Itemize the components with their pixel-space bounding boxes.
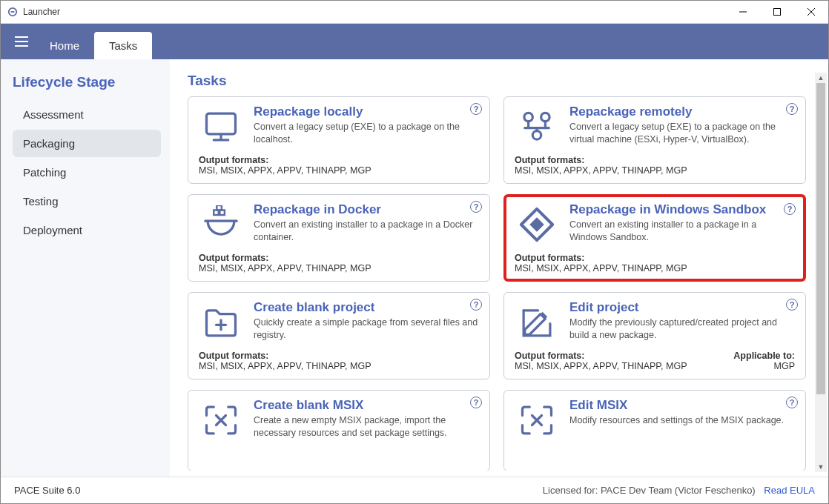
output-formats-value: MSI, MSIX, APPX, APPV, THINAPP, MGP	[515, 361, 687, 371]
monitor-icon	[199, 105, 243, 149]
bracket-x-icon	[199, 398, 243, 442]
output-formats-value: MSI, MSIX, APPX, APPV, THINAPP, MGP	[515, 165, 687, 176]
card-title: Edit MSIX	[569, 398, 795, 413]
card-title: Repackage in Docker	[254, 202, 479, 217]
read-eula-link[interactable]: Read EULA	[764, 485, 815, 496]
version-label: PACE Suite 6.0	[14, 485, 80, 496]
task-card-repackage-locally[interactable]: ?Repackage locallyConvert a legacy setup…	[188, 96, 490, 184]
sidebar: Lifecycle Stage Assessment Packaging Pat…	[1, 59, 170, 477]
card-description: Create a new empty MSIX package, import …	[254, 414, 479, 440]
output-formats-value: MSI, MSIX, APPX, APPV, THINAPP, MGP	[199, 361, 371, 371]
card-description: Quickly create a simple package from sev…	[254, 316, 479, 342]
output-formats-label: Output formats:	[515, 155, 687, 165]
tab-tasks[interactable]: Tasks	[94, 32, 152, 59]
output-formats-label: Output formats:	[199, 155, 371, 165]
card-description: Modify the previously captured/created p…	[569, 316, 795, 342]
info-icon[interactable]: ?	[470, 103, 482, 115]
sidebar-item-testing[interactable]: Testing	[13, 188, 161, 215]
card-description: Modify resources and settings of the MSI…	[569, 414, 795, 427]
edit-icon	[515, 300, 559, 345]
output-formats-value: MSI, MSIX, APPX, APPV, THINAPP, MGP	[515, 263, 687, 273]
card-title: Repackage locally	[254, 105, 479, 119]
task-card-repackage-docker[interactable]: ?Repackage in DockerConvert an existing …	[188, 194, 490, 282]
docker-icon	[199, 202, 243, 247]
applicable-to-label: Applicable to:	[733, 351, 795, 361]
scroll-down-arrow[interactable]: ▼	[815, 462, 827, 472]
task-card-edit-msix[interactable]: ?Edit MSIXModify resources and settings …	[503, 390, 806, 471]
tab-home[interactable]: Home	[35, 32, 94, 59]
minimize-button[interactable]	[726, 1, 760, 24]
titlebar: Launcher	[1, 1, 828, 24]
hamburger-menu-button[interactable]	[8, 24, 35, 59]
card-title: Create blank project	[254, 300, 479, 315]
card-description: Convert a legacy setup (EXE) to a packag…	[569, 121, 795, 146]
sidebar-item-deployment[interactable]: Deployment	[13, 216, 161, 244]
card-description: Convert an existing installer to a packa…	[254, 219, 479, 244]
card-title: Edit project	[569, 300, 795, 315]
svg-point-9	[541, 113, 549, 121]
svg-rect-5	[207, 113, 236, 134]
window-title: Launcher	[23, 7, 726, 17]
svg-point-8	[524, 113, 532, 121]
task-card-edit-project[interactable]: ?Edit projectModify the previously captu…	[503, 292, 806, 379]
scroll-up-arrow[interactable]: ▲	[815, 73, 827, 83]
folder-plus-icon	[199, 300, 243, 345]
bracket-x-icon	[515, 398, 559, 442]
license-label: Licensed for: PACE Dev Team (Victor Fesc…	[543, 485, 756, 496]
card-title: Repackage in Windows Sandbox	[569, 202, 795, 217]
output-formats-value: MSI, MSIX, APPX, APPV, THINAPP, MGP	[199, 263, 371, 273]
output-formats-label: Output formats:	[199, 351, 371, 361]
sidebar-heading: Lifecycle Stage	[13, 74, 161, 90]
cards-scroll-area: ?Repackage locallyConvert a legacy setup…	[188, 96, 821, 471]
task-card-repackage-remotely[interactable]: ?Repackage remotelyConvert a legacy setu…	[503, 96, 806, 184]
task-card-create-blank-project[interactable]: ?Create blank projectQuickly create a si…	[188, 292, 490, 379]
statusbar: PACE Suite 6.0 Licensed for: PACE Dev Te…	[1, 477, 828, 503]
task-card-create-blank-msix[interactable]: ?Create blank MSIXCreate a new empty MSI…	[188, 390, 490, 471]
sidebar-item-patching[interactable]: Patching	[13, 159, 161, 186]
info-icon[interactable]: ?	[470, 397, 482, 408]
svg-rect-17	[217, 205, 222, 210]
output-formats-value: MSI, MSIX, APPX, APPV, THINAPP, MGP	[199, 165, 371, 176]
output-formats-label: Output formats:	[515, 351, 687, 361]
task-card-repackage-sandbox[interactable]: ?Repackage in Windows SandboxConvert an …	[503, 194, 806, 282]
info-icon[interactable]: ?	[470, 299, 482, 311]
sidebar-item-packaging[interactable]: Packaging	[13, 130, 161, 157]
menubar: Home Tasks	[1, 24, 828, 59]
card-description: Convert an existing installer to a packa…	[569, 219, 795, 244]
card-title: Create blank MSIX	[254, 398, 479, 413]
page-title: Tasks	[188, 73, 821, 89]
output-formats-label: Output formats:	[199, 253, 371, 263]
close-button[interactable]	[794, 1, 828, 24]
info-icon[interactable]: ?	[786, 103, 798, 115]
info-icon[interactable]: ?	[786, 299, 798, 311]
output-formats-label: Output formats:	[515, 253, 687, 263]
card-description: Convert a legacy setup (EXE) to a packag…	[254, 121, 479, 146]
main-panel: Tasks ?Repackage locallyConvert a legacy…	[170, 59, 828, 477]
card-title: Repackage remotely	[569, 105, 795, 119]
applicable-to-value: MGP	[733, 361, 795, 371]
info-icon[interactable]: ?	[784, 203, 796, 215]
app-icon	[7, 6, 19, 18]
diamond-icon	[515, 202, 559, 247]
info-icon[interactable]: ?	[470, 201, 482, 213]
scrollbar-thumb[interactable]	[816, 83, 825, 394]
svg-point-10	[532, 131, 541, 139]
sidebar-item-assessment[interactable]: Assessment	[13, 101, 161, 128]
info-icon[interactable]: ?	[786, 397, 798, 408]
scrollbar[interactable]: ▲ ▼	[815, 73, 827, 472]
window-controls	[726, 1, 828, 24]
maximize-button[interactable]	[760, 1, 794, 24]
network-icon	[515, 105, 559, 149]
svg-rect-2	[774, 9, 781, 16]
